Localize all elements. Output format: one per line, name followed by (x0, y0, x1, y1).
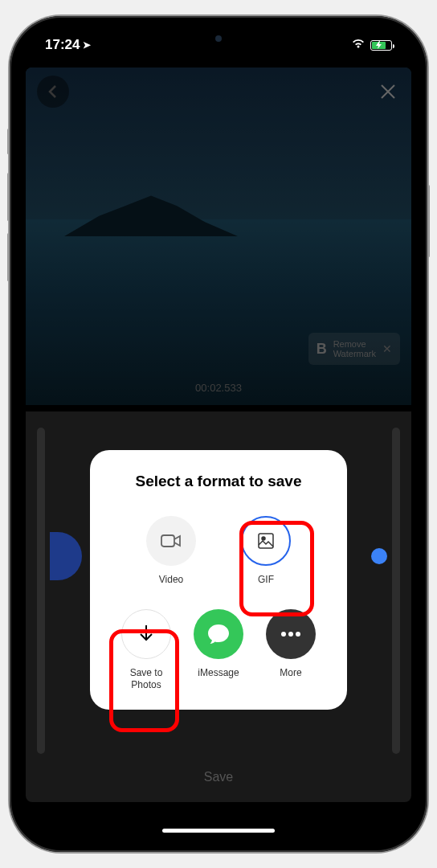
volume-down (7, 233, 10, 281)
gif-label: GIF (258, 574, 274, 585)
svg-point-5 (296, 632, 300, 637)
svg-point-3 (281, 632, 286, 637)
hidden-button-right (371, 548, 387, 564)
timeline-strip-right (392, 428, 400, 754)
screen: 17:24 ➤ (21, 27, 416, 841)
status-time: 17:24 (45, 37, 80, 53)
svg-point-4 (288, 632, 293, 637)
hidden-button-left (50, 532, 82, 580)
svg-rect-0 (161, 535, 174, 547)
more-item: More (266, 609, 316, 690)
app-content: B Remove Watermark ✕ 00:02.533 Save (21, 27, 416, 841)
format-gif-item: GIF (241, 516, 291, 585)
save-button-dimmed: Save (204, 770, 233, 784)
imessage-button[interactable] (194, 609, 243, 659)
phone-frame: 17:24 ➤ (10, 16, 427, 852)
gif-format-button[interactable] (241, 516, 291, 566)
more-button[interactable] (266, 609, 316, 659)
power-button (427, 185, 430, 257)
volume-up (7, 173, 10, 221)
download-arrow-icon (137, 624, 155, 645)
speech-bubble-icon (206, 623, 231, 645)
save-photos-label: Save to Photos (130, 667, 163, 690)
video-label: Video (159, 574, 183, 585)
home-indicator[interactable] (162, 829, 275, 833)
format-video-item: Video (146, 516, 196, 585)
location-arrow-icon: ➤ (83, 39, 91, 51)
save-to-photos-button[interactable] (121, 609, 171, 659)
image-icon (256, 531, 276, 551)
more-dots-icon (280, 631, 301, 637)
video-format-button[interactable] (146, 516, 196, 566)
timeline-strip-left (37, 428, 45, 754)
more-label: More (280, 667, 301, 678)
video-camera-icon (160, 533, 182, 549)
mute-switch (7, 129, 10, 154)
format-select-modal: Select a format to save Video GIF (90, 450, 347, 710)
save-to-photos-item: Save to Photos (121, 609, 171, 690)
wifi-icon (351, 37, 366, 53)
svg-point-2 (262, 537, 265, 540)
notch (134, 27, 303, 51)
dim-overlay (26, 68, 411, 405)
modal-title: Select a format to save (103, 473, 334, 490)
format-options-row: Video GIF (103, 516, 334, 585)
imessage-item: iMessage (194, 609, 243, 690)
svg-rect-1 (259, 534, 273, 548)
video-preview: B Remove Watermark ✕ 00:02.533 (26, 68, 411, 405)
imessage-label: iMessage (198, 667, 239, 678)
battery-icon (370, 40, 392, 51)
share-actions-row: Save to Photos iMessage More (103, 609, 334, 690)
